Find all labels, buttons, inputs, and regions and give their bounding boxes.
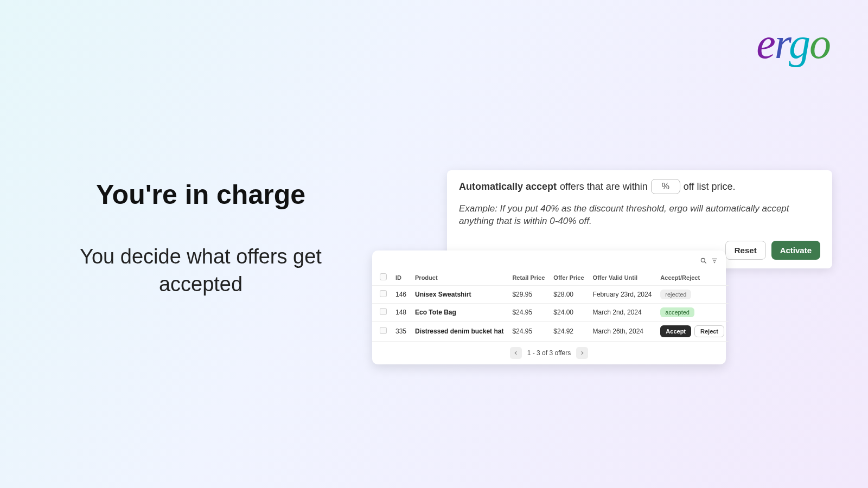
cell-product: Distressed denim bucket hat: [411, 322, 508, 342]
cell-product: Eco Tote Bag: [411, 304, 508, 322]
pager: 1 - 3 of 3 offers: [372, 342, 726, 361]
cell-retail: $24.95: [508, 304, 549, 322]
auto-accept-setting-line: Automatically accept offers that are wit…: [459, 179, 820, 194]
table-row: 148Eco Tote Bag$24.95$24.00March 2nd, 20…: [372, 304, 729, 322]
table-row: 335Distressed denim bucket hat$24.95$24.…: [372, 322, 729, 342]
svg-point-0: [701, 258, 705, 262]
cell-id: 146: [391, 286, 411, 304]
auto-accept-example: Example: If you put 40% as the discount …: [459, 203, 806, 228]
logo-char-1: e: [756, 20, 775, 67]
pager-status: 1 - 3 of 3 offers: [527, 349, 571, 357]
col-offer[interactable]: Offer Price: [549, 269, 588, 286]
row-checkbox[interactable]: [380, 308, 387, 315]
auto-accept-text: offers that are within: [560, 181, 648, 192]
cell-action: rejected: [656, 286, 729, 304]
reset-button[interactable]: Reset: [725, 241, 766, 260]
logo-char-4: o: [809, 20, 830, 67]
filter-icon[interactable]: [711, 257, 718, 266]
row-checkbox[interactable]: [380, 290, 387, 297]
cell-action: AcceptReject: [656, 322, 729, 342]
offers-table: ID Product Retail Price Offer Price Offe…: [372, 269, 729, 342]
logo-char-3: g: [789, 20, 809, 67]
cell-until: March 2nd, 2024: [589, 304, 656, 322]
page-title: You're in charge: [49, 179, 353, 210]
table-header-row: ID Product Retail Price Offer Price Offe…: [372, 269, 729, 286]
cell-action: accepted: [656, 304, 729, 322]
col-until[interactable]: Offer Valid Until: [589, 269, 656, 286]
cell-product: Unisex Sweatshirt: [411, 286, 508, 304]
cell-retail: $24.95: [508, 322, 549, 342]
reject-button[interactable]: Reject: [694, 325, 724, 337]
search-icon[interactable]: [700, 257, 707, 266]
status-badge-rejected: rejected: [660, 290, 691, 299]
pager-next-button[interactable]: [576, 347, 588, 359]
auto-accept-suffix: off list price.: [684, 181, 736, 192]
discount-percent-input[interactable]: %: [651, 179, 680, 194]
cell-id: 148: [391, 304, 411, 322]
row-actions: AcceptReject: [660, 325, 724, 337]
svg-line-1: [705, 262, 706, 264]
cell-until: March 26th, 2024: [589, 322, 656, 342]
select-all-checkbox[interactable]: [380, 273, 387, 280]
headline-block: You're in charge You decide what offers …: [49, 179, 353, 299]
cell-offer: $24.00: [549, 304, 588, 322]
cell-offer: $24.92: [549, 322, 588, 342]
col-product[interactable]: Product: [411, 269, 508, 286]
cell-id: 335: [391, 322, 411, 342]
activate-button[interactable]: Activate: [771, 241, 820, 260]
col-retail[interactable]: Retail Price: [508, 269, 549, 286]
table-toolbar: [372, 255, 726, 269]
logo-char-2: r: [775, 20, 789, 67]
status-badge-accepted: accepted: [660, 307, 694, 317]
pager-prev-button[interactable]: [510, 347, 522, 359]
col-id[interactable]: ID: [391, 269, 411, 286]
cell-until: February 23rd, 2024: [589, 286, 656, 304]
auto-accept-bold-prefix: Automatically accept: [459, 181, 557, 192]
row-checkbox[interactable]: [380, 327, 387, 334]
offers-table-card: ID Product Retail Price Offer Price Offe…: [372, 251, 726, 364]
cell-retail: $29.95: [508, 286, 549, 304]
col-action: Accept/Reject: [656, 269, 729, 286]
table-row: 146Unisex Sweatshirt$29.95$28.00February…: [372, 286, 729, 304]
logo: ergo: [756, 22, 830, 65]
cell-offer: $28.00: [549, 286, 588, 304]
page-subtitle: You decide what offers get accepted: [49, 243, 353, 299]
accept-button[interactable]: Accept: [660, 325, 691, 337]
